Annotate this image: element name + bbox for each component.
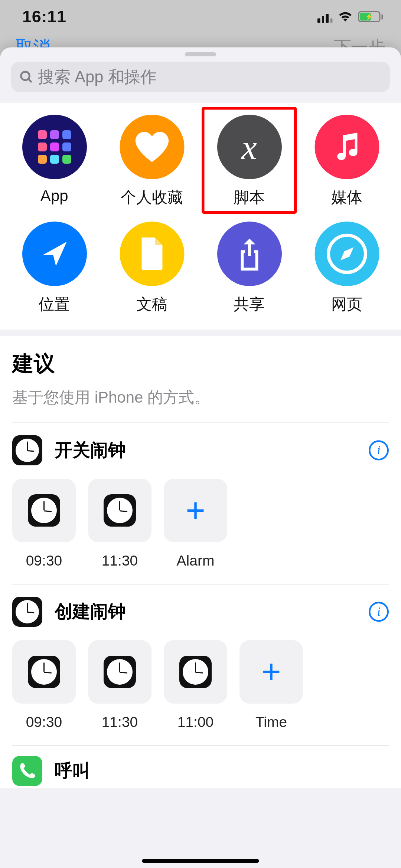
tile-label: 11:30	[102, 714, 138, 731]
plus-icon: +	[186, 494, 205, 527]
phone-app-icon	[12, 756, 42, 786]
svg-line-1	[29, 79, 32, 82]
category-label: 个人收藏	[121, 187, 183, 208]
document-icon	[136, 236, 167, 272]
suggestion-group-title: 开关闹钟	[55, 438, 356, 463]
suggestion-group-title: 创建闹钟	[55, 600, 356, 624]
clock-icon	[28, 656, 60, 688]
tile-label: 09:30	[26, 552, 62, 570]
category-label: 位置	[39, 294, 70, 315]
location-arrow-icon	[38, 238, 71, 270]
tile-label: Alarm	[177, 552, 215, 570]
battery-icon: ⚡	[358, 11, 384, 22]
suggestion-tile[interactable]: 11:00	[164, 640, 227, 731]
category-label: 媒体	[331, 187, 362, 208]
category-grid: App 个人收藏 x 脚本 媒体	[0, 102, 401, 330]
suggestion-tile-add[interactable]: + Time	[239, 640, 303, 731]
heart-icon	[135, 132, 169, 162]
suggestion-tile[interactable]: 11:30	[88, 479, 151, 570]
actions-sheet: App 个人收藏 x 脚本 媒体	[0, 48, 401, 868]
category-label: 文稿	[136, 294, 167, 315]
tile-label: 11:00	[177, 714, 214, 731]
suggestion-group-toggle-alarm: 开关闹钟 i 09:30 11:30 + Alarm	[0, 423, 401, 584]
status-bar: 16:11 ⚡	[0, 0, 401, 33]
category-favorites[interactable]: 个人收藏	[103, 115, 201, 208]
sheet-grabber[interactable]	[185, 52, 216, 56]
suggestions-title: 建议	[12, 350, 389, 378]
script-x-icon: x	[242, 127, 257, 167]
suggestion-tile[interactable]: 09:30	[12, 640, 76, 731]
info-button[interactable]: i	[369, 440, 389, 461]
category-label: App	[40, 187, 68, 205]
info-button[interactable]: i	[369, 602, 389, 622]
app-grid-icon	[38, 130, 71, 164]
clock-icon	[104, 656, 136, 688]
suggestions-subtitle: 基于您使用 iPhone 的方式。	[12, 387, 389, 408]
compass-icon	[326, 233, 368, 275]
category-share[interactable]: 共享	[200, 222, 298, 315]
category-web[interactable]: 网页	[298, 222, 396, 315]
category-media[interactable]: 媒体	[298, 115, 396, 208]
status-time: 16:11	[22, 7, 66, 26]
svg-point-0	[21, 72, 30, 80]
suggestion-group-call[interactable]: 呼叫	[0, 746, 401, 788]
clock-icon	[28, 494, 60, 527]
home-indicator[interactable]	[142, 859, 259, 863]
category-label: 共享	[234, 294, 265, 315]
clock-icon	[104, 494, 136, 527]
suggestion-group-create-alarm: 创建闹钟 i 09:30 11:30 11:00 + Time	[0, 584, 401, 746]
wifi-icon	[338, 11, 353, 22]
suggestion-tile[interactable]: 09:30	[12, 479, 76, 570]
category-app[interactable]: App	[6, 115, 103, 208]
tile-label: Time	[255, 714, 287, 731]
category-script[interactable]: x 脚本	[200, 115, 298, 208]
clock-icon	[179, 656, 212, 688]
category-label: 网页	[331, 294, 362, 315]
tile-label: 11:30	[102, 552, 138, 570]
category-location[interactable]: 位置	[6, 222, 103, 315]
clock-app-icon	[12, 435, 42, 465]
search-input[interactable]	[38, 68, 382, 86]
clock-app-icon	[12, 597, 42, 627]
suggestion-tile-add[interactable]: + Alarm	[164, 479, 227, 570]
cellular-icon	[317, 11, 333, 23]
suggestion-group-title: 呼叫	[55, 759, 389, 783]
search-icon	[19, 70, 33, 84]
share-icon	[234, 237, 264, 271]
category-documents[interactable]: 文稿	[103, 222, 201, 315]
music-notes-icon	[331, 131, 362, 163]
suggestion-tile[interactable]: 11:30	[88, 640, 151, 731]
category-label: 脚本	[234, 187, 265, 208]
tile-label: 09:30	[26, 714, 62, 731]
plus-icon: +	[261, 655, 281, 689]
search-field[interactable]	[11, 62, 390, 92]
